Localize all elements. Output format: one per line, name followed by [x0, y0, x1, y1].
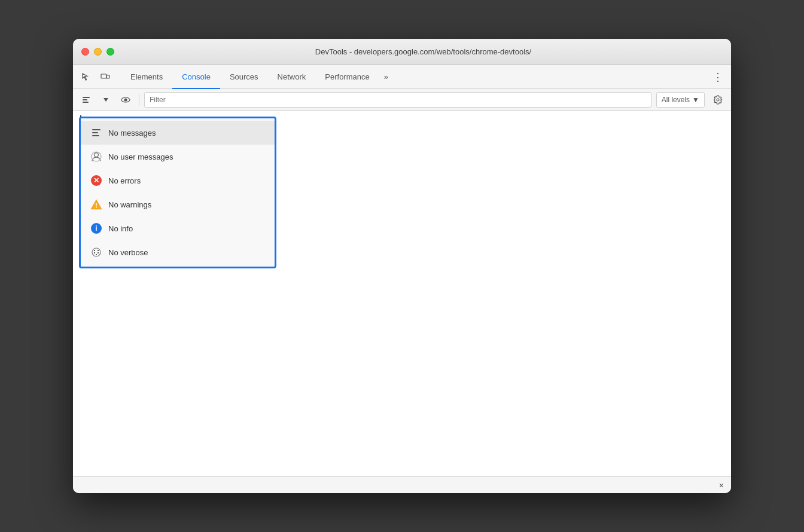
tab-network[interactable]: Network	[268, 66, 316, 89]
settings-icon[interactable]	[709, 91, 726, 108]
tab-console[interactable]: Console	[172, 66, 220, 89]
levels-menu-list: No messages No user messages	[81, 118, 275, 267]
close-button[interactable]: ×	[719, 481, 724, 490]
menu-item-no-errors[interactable]: ✕ No errors	[81, 169, 275, 192]
warning-icon: !	[90, 198, 102, 210]
list-icon	[90, 127, 102, 139]
content-area: No messages No user messages	[73, 111, 731, 476]
user-icon	[90, 151, 102, 163]
svg-rect-16	[94, 250, 95, 251]
svg-rect-3	[83, 99, 87, 100]
traffic-lights	[81, 48, 114, 56]
tabs-container: Elements Console Sources Network Perform…	[121, 65, 393, 88]
svg-rect-18	[94, 252, 95, 253]
clear-console-button[interactable]	[78, 91, 95, 108]
maximize-button[interactable]	[106, 48, 114, 56]
tab-sources[interactable]: Sources	[220, 66, 268, 89]
svg-rect-17	[98, 250, 99, 251]
filter-input-wrap	[144, 92, 651, 108]
verbose-icon	[90, 246, 102, 258]
bottom-bar: ×	[73, 476, 731, 493]
svg-rect-2	[83, 97, 90, 98]
levels-dropdown-trigger[interactable]	[99, 91, 112, 108]
device-toggle-icon[interactable]	[97, 69, 114, 85]
minimize-button[interactable]	[94, 48, 102, 56]
svg-rect-1	[106, 75, 109, 78]
svg-rect-9	[92, 132, 98, 133]
svg-rect-8	[92, 129, 100, 130]
devtools-window: DevTools - developers.google.com/web/too…	[73, 39, 731, 493]
console-toolbar: All levels ▼	[73, 89, 731, 111]
menu-item-no-messages[interactable]: No messages	[81, 121, 275, 145]
window-title: DevTools - developers.google.com/web/too…	[124, 47, 723, 56]
tab-performance[interactable]: Performance	[315, 66, 379, 89]
svg-text:!: !	[95, 202, 98, 209]
filter-input[interactable]	[144, 92, 651, 108]
tab-elements[interactable]: Elements	[121, 66, 172, 89]
divider	[139, 94, 139, 106]
menu-item-no-info[interactable]: i No info	[81, 216, 275, 240]
close-button[interactable]	[81, 48, 89, 56]
info-icon: i	[90, 222, 102, 234]
menu-item-no-verbose[interactable]: No verbose	[81, 240, 275, 264]
svg-point-11	[95, 153, 99, 157]
svg-rect-0	[101, 74, 106, 78]
menu-item-no-warnings[interactable]: ! No warnings	[81, 192, 275, 216]
eye-icon[interactable]	[117, 91, 134, 108]
devtools-menu-button[interactable]: ⋮	[709, 69, 726, 85]
inspect-element-icon[interactable]	[78, 69, 95, 85]
titlebar: DevTools - developers.google.com/web/too…	[73, 39, 731, 65]
svg-point-7	[124, 98, 127, 101]
all-levels-dropdown[interactable]: All levels ▼	[656, 92, 705, 108]
tabsbar: Elements Console Sources Network Perform…	[73, 65, 731, 89]
tab-more[interactable]: »	[379, 65, 393, 88]
svg-marker-5	[103, 98, 108, 102]
menu-item-no-user-messages[interactable]: No user messages	[81, 145, 275, 169]
devtools-icon-group	[78, 69, 114, 85]
svg-rect-4	[83, 102, 89, 103]
svg-rect-19	[98, 252, 99, 253]
levels-menu-box: No messages No user messages	[79, 117, 276, 268]
error-icon: ✕	[90, 175, 102, 186]
dropdown-panel: No messages No user messages	[73, 111, 282, 476]
svg-rect-10	[92, 135, 99, 136]
svg-rect-20	[96, 254, 97, 255]
